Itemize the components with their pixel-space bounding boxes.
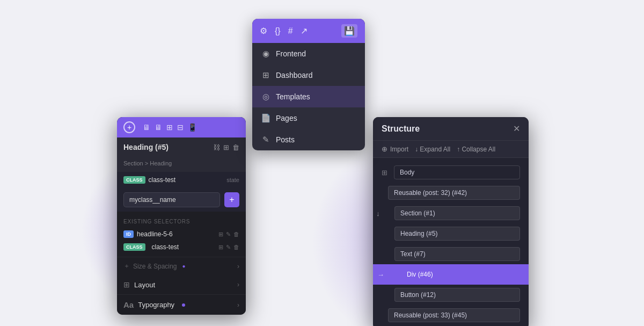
structure-actions: ⊕ Import ↓ Expand All ↑ Collapse All — [373, 141, 529, 158]
breadcrumb: Section > Heading — [117, 157, 246, 172]
copy-selector2-icon[interactable]: ⊞ — [218, 244, 223, 251]
tree-label-heading-5: Heading (#5) — [394, 227, 520, 241]
link-icon[interactable]: ⛓ — [213, 143, 220, 151]
collapse-all-button[interactable]: ↑ Collapse All — [457, 146, 495, 153]
selector-class-actions: ⊞ ✎ 🗑 — [218, 244, 239, 251]
tree-item-div-46[interactable]: → Div (#46) — [373, 264, 529, 285]
tree-item-reusable-45[interactable]: Reusable (post: 33) (#45) — [373, 305, 529, 325]
selector-row-class: CLASS class-test ⊞ ✎ 🗑 — [117, 241, 246, 253]
tree-label-section-1: Section (#1) — [394, 206, 520, 220]
size-spacing-row[interactable]: ＋ Size & Spacing ● › — [117, 257, 246, 275]
class-badge: CLASS — [123, 176, 145, 184]
edit-selector-icon[interactable]: ✎ — [226, 231, 231, 238]
add-element-button[interactable]: + — [123, 121, 135, 133]
id-badge: ID — [123, 230, 134, 238]
frontend-label: Frontend — [276, 49, 306, 58]
editor-panel: + 🖥 🖥 ⊞ ⊟ 📱 Heading (#5) ⛓ ⊞ 🗑 Section >… — [117, 117, 246, 315]
save-toolbar-icon[interactable]: 💾 — [341, 24, 357, 38]
import-icon: ⊕ — [382, 145, 387, 153]
desktop-view-icon[interactable]: 🖥 — [143, 123, 150, 132]
dropdown-toolbar: ⚙ {} # ↗ 💾 — [252, 19, 365, 43]
layout-chevron: › — [237, 281, 239, 288]
class-input-row: + — [117, 188, 246, 212]
tree-label-text-7: Text (#7) — [394, 247, 520, 261]
layout-icon: ⊞ — [123, 280, 130, 289]
selector-row-id: ID headline-5-6 ⊞ ✎ 🗑 — [117, 228, 246, 241]
tree-item-text-7[interactable]: Text (#7) — [373, 244, 529, 264]
dashboard-label: Dashboard — [276, 71, 313, 79]
tree-item-body[interactable]: ⊞ Body — [373, 162, 529, 183]
tree-label-div-46: Div (#46) — [401, 267, 520, 281]
menu-item-pages[interactable]: 📄 Pages — [252, 107, 365, 129]
structure-tree: ⊞ Body Reusable (post: 32) (#42) ↓ Secti… — [373, 158, 529, 326]
typography-chevron: › — [237, 301, 239, 309]
element-actions: ⛓ ⊞ 🗑 — [213, 143, 239, 151]
pages-label: Pages — [276, 114, 297, 122]
monitor-view-icon[interactable]: 🖥 — [155, 123, 162, 132]
tree-label-reusable-45: Reusable (post: 33) (#45) — [388, 308, 520, 322]
mobile-view-icon[interactable]: 📱 — [188, 123, 197, 132]
class-name: class-test — [149, 176, 176, 184]
delete-icon[interactable]: 🗑 — [232, 143, 239, 151]
div-arrow-icon: → — [377, 271, 384, 279]
edit-selector2-icon[interactable]: ✎ — [226, 244, 231, 251]
dropdown-menu: ⚙ {} # ↗ 💾 ◉ Frontend ⊞ Dashboard ◎ Temp… — [252, 19, 365, 150]
structure-header: Structure ✕ — [373, 117, 529, 141]
pages-icon: 📄 — [261, 113, 270, 123]
code-toolbar-icon[interactable]: {} — [275, 26, 281, 36]
posts-label: Posts — [276, 135, 295, 144]
tree-item-heading-5[interactable]: Heading (#5) — [373, 223, 529, 244]
delete-selector-icon[interactable]: 🗑 — [233, 231, 239, 238]
menu-item-frontend[interactable]: ◉ Frontend — [252, 43, 365, 64]
typography-icon: Aa — [123, 300, 134, 309]
tree-label-reusable-42: Reusable (post: 32) (#42) — [388, 186, 520, 200]
templates-label: Templates — [276, 92, 310, 101]
selector-id-actions: ⊞ ✎ 🗑 — [218, 231, 239, 238]
tree-item-section-1[interactable]: ↓ Section (#1) — [373, 203, 529, 223]
class-row: CLASS class-test state — [117, 172, 246, 188]
frontend-icon: ◉ — [261, 49, 270, 59]
import-button[interactable]: ⊕ Import — [382, 145, 408, 153]
dropdown-items: ◉ Frontend ⊞ Dashboard ◎ Templates 📄 Pag… — [252, 43, 365, 150]
view-icons: 🖥 🖥 ⊞ ⊟ 📱 — [143, 123, 197, 132]
posts-icon: ✎ — [261, 135, 270, 144]
state-label: state — [226, 177, 239, 183]
breadcrumb-text: Section > Heading — [123, 160, 172, 166]
grid-toolbar-icon[interactable]: # — [288, 26, 293, 36]
menu-item-posts[interactable]: ✎ Posts — [252, 129, 365, 150]
menu-item-templates[interactable]: ◎ Templates — [252, 86, 365, 107]
settings-toolbar-icon[interactable]: ⚙ — [260, 26, 267, 36]
class-input-field[interactable] — [123, 192, 220, 207]
dashboard-icon: ⊞ — [261, 70, 270, 80]
copy-selector-icon[interactable]: ⊞ — [218, 231, 223, 238]
delete-selector2-icon[interactable]: 🗑 — [233, 244, 239, 251]
selector-id-name: headline-5-6 — [137, 230, 215, 238]
selectors-label: EXISTING SELECTORS — [117, 212, 246, 228]
copy-icon[interactable]: ⊞ — [223, 143, 229, 151]
tablet-view-icon[interactable]: ⊟ — [177, 123, 184, 132]
tree-item-reusable-42[interactable]: Reusable (post: 32) (#42) — [373, 183, 529, 203]
export-toolbar-icon[interactable]: ↗ — [301, 26, 308, 36]
plus-icon: ＋ — [123, 262, 130, 271]
expand-all-button[interactable]: ↓ Expand All — [415, 146, 450, 153]
typography-section[interactable]: Aa Typography › — [117, 294, 246, 315]
grid-view-icon[interactable]: ⊞ — [166, 123, 173, 132]
layout-section[interactable]: ⊞ Layout › — [117, 275, 246, 294]
size-spacing-dot: ● — [182, 263, 185, 269]
editor-topbar: + 🖥 🖥 ⊞ ⊟ 📱 — [117, 117, 246, 137]
typography-dot — [182, 303, 185, 307]
tree-item-button-12[interactable]: Button (#12) — [373, 285, 529, 305]
size-spacing-label: Size & Spacing — [133, 263, 177, 270]
expand-all-label: ↓ Expand All — [415, 146, 450, 153]
collapse-all-label: ↑ Collapse All — [457, 146, 495, 153]
structure-close-button[interactable]: ✕ — [513, 124, 520, 134]
layout-label: Layout — [134, 281, 155, 289]
menu-item-dashboard[interactable]: ⊞ Dashboard — [252, 64, 365, 86]
element-title: Heading (#5) — [123, 143, 169, 151]
add-class-button[interactable]: + — [224, 192, 239, 207]
typography-label: Typography — [138, 301, 174, 309]
class-badge-2: CLASS — [123, 243, 145, 251]
import-label: Import — [390, 146, 408, 153]
section-arrow-icon: ↓ — [376, 209, 380, 218]
tree-label-button-12: Button (#12) — [394, 288, 520, 302]
